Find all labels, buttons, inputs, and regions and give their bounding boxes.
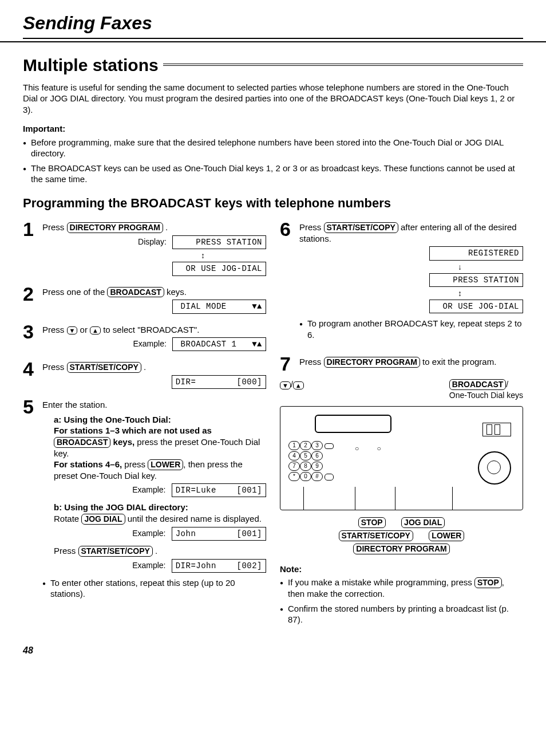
lower-key: LOWER bbox=[148, 459, 183, 470]
page-title: Sending Faxes bbox=[23, 11, 523, 39]
step-text: to exit the program. bbox=[420, 357, 496, 367]
directory-program-key: DIRECTORY PROGRAM bbox=[353, 544, 449, 554]
example-label: Example: bbox=[133, 338, 166, 349]
diagram-bottom-labels: STOP JOG DIAL START/SET/COPY LOWER DIREC… bbox=[280, 516, 523, 555]
lcd-display: OR USE JOG-DIAL bbox=[172, 262, 266, 275]
section-title: Multiple stations bbox=[23, 54, 523, 76]
step-number: 4 bbox=[23, 359, 42, 379]
step5a-text: keys, bbox=[110, 437, 134, 447]
stop-key: STOP bbox=[358, 517, 386, 528]
step5b-text: until the desired name is displayed. bbox=[125, 514, 262, 523]
broadcast-key: BROADCAST bbox=[107, 287, 164, 298]
start-set-copy-key: START/SET/COPY bbox=[324, 222, 398, 233]
left-column: 1 Press DIRECTORY PROGRAM . Display: PRE… bbox=[23, 219, 266, 633]
intro-paragraph: This feature is useful for sending the s… bbox=[23, 82, 523, 116]
start-set-copy-key: START/SET/COPY bbox=[67, 362, 141, 373]
lcd-display: OR USE JOG-DIAL bbox=[429, 300, 523, 313]
example-label: Example: bbox=[132, 528, 165, 538]
jog-dial-key: JOG DIAL bbox=[81, 514, 125, 525]
step-1: 1 Press DIRECTORY PROGRAM . Display: PRE… bbox=[23, 219, 266, 278]
page-number: 48 bbox=[23, 645, 523, 657]
stop-key: STOP bbox=[474, 577, 502, 588]
diagram-keypad: 123 456 789 *0# bbox=[288, 441, 334, 482]
right-column: 6 Press START/SET/COPY after entering al… bbox=[280, 219, 523, 633]
step-number: 6 bbox=[280, 219, 299, 239]
directory-program-key: DIRECTORY PROGRAM bbox=[67, 222, 163, 233]
step-number: 1 bbox=[23, 219, 42, 239]
step-number: 7 bbox=[280, 354, 299, 373]
title-rule bbox=[163, 64, 523, 66]
step-4: 4 Press START/SET/COPY . DIR= [000] bbox=[23, 359, 266, 391]
down-arrow-key: ▼ bbox=[67, 326, 78, 334]
up-arrow-key: ▲ bbox=[293, 381, 304, 389]
step-text: Press bbox=[42, 222, 67, 232]
important-list: Before programming, make sure that the d… bbox=[23, 137, 523, 185]
one-touch-label: One-Touch Dial keys bbox=[449, 391, 523, 400]
important-label: Important: bbox=[23, 123, 523, 135]
broadcast-key: BROADCAST bbox=[54, 437, 110, 448]
arrow-updown-icon: ↕ bbox=[299, 288, 523, 298]
step5a-text: For stations 4–6, bbox=[54, 459, 122, 469]
step5-footer: To enter other stations, repeat this ste… bbox=[42, 577, 266, 600]
example-label: Example: bbox=[132, 560, 165, 570]
note-label: Note: bbox=[280, 564, 523, 575]
step-text: to select "BROADCAST". bbox=[101, 325, 199, 334]
step-text: Press one of the bbox=[42, 287, 107, 297]
broadcast-key: BROADCAST bbox=[449, 379, 506, 390]
diagram-onetouch-keys bbox=[482, 423, 511, 436]
step-5: 5 Enter the station. a: Using the One-To… bbox=[23, 397, 266, 608]
step-text: Press bbox=[299, 357, 324, 367]
step6-note: To program another BROADCAST key, repeat… bbox=[299, 318, 523, 340]
step-number: 2 bbox=[23, 284, 42, 304]
step5a-text: For stations 1–3 which are not used as bbox=[54, 426, 212, 435]
diagram-buttons: ○ ○ bbox=[355, 444, 389, 454]
lcd-display: BROADCAST 1 ▼▲ bbox=[172, 337, 266, 351]
step5b-text: Rotate bbox=[54, 514, 81, 523]
lower-key: LOWER bbox=[429, 530, 464, 541]
step-text: Enter the station. bbox=[42, 400, 107, 410]
step-3: 3 Press ▼ or ▲ to select "BROADCAST". Ex… bbox=[23, 322, 266, 354]
step-6: 6 Press START/SET/COPY after entering al… bbox=[280, 219, 523, 348]
down-arrow-key: ▼ bbox=[280, 381, 291, 389]
subheading: Programming the BROADCAST keys with tele… bbox=[23, 195, 523, 212]
lcd-display: DIR= [000] bbox=[172, 375, 266, 389]
lcd-display: PRESS STATION bbox=[429, 273, 523, 287]
diagram-lcd bbox=[315, 415, 391, 433]
note-list: If you make a mistake while programming,… bbox=[280, 577, 523, 625]
lcd-display: John [001] bbox=[172, 527, 266, 541]
step-number: 5 bbox=[23, 397, 42, 416]
step5a-label: a: Using the One-Touch Dial: bbox=[54, 415, 171, 424]
step5-press: Press bbox=[54, 546, 78, 556]
directory-program-key: DIRECTORY PROGRAM bbox=[324, 357, 420, 368]
section-title-text: Multiple stations bbox=[23, 54, 159, 76]
step5a-text: press bbox=[122, 459, 148, 469]
lcd-display: REGISTERED bbox=[429, 246, 523, 260]
important-item: The BROADCAST keys can be used as One-To… bbox=[23, 163, 523, 185]
up-arrow-key: ▲ bbox=[90, 326, 101, 334]
diagram-top-labels: ▼/▲ BROADCAST/One-Touch Dial keys bbox=[280, 379, 523, 400]
step5b-label: b: Using the JOG DIAL directory: bbox=[54, 502, 188, 512]
lcd-display: PRESS STATION bbox=[172, 235, 266, 249]
step-7: 7 Press DIRECTORY PROGRAM to exit the pr… bbox=[280, 354, 523, 373]
arrow-down-icon: ↓ bbox=[299, 262, 523, 272]
note-item: If you make a mistake while programming,… bbox=[280, 577, 523, 599]
start-set-copy-key: START/SET/COPY bbox=[339, 530, 413, 541]
arrow-updown-icon: ↕ bbox=[42, 250, 266, 261]
lcd-display: DIR=Luke [001] bbox=[172, 483, 266, 497]
step-number: 3 bbox=[23, 322, 42, 341]
note-item: Confirm the stored numbers by printing a… bbox=[280, 603, 523, 625]
diagram-jog-dial bbox=[478, 451, 511, 485]
step-2: 2 Press one of the BROADCAST keys. DIAL … bbox=[23, 284, 266, 316]
step-text: keys. bbox=[164, 287, 187, 297]
lcd-display: DIR=John [002] bbox=[172, 559, 266, 573]
step-text: Press bbox=[299, 222, 324, 232]
important-item: Before programming, make sure that the d… bbox=[23, 137, 523, 159]
start-set-copy-key: START/SET/COPY bbox=[78, 546, 153, 557]
fax-machine-diagram: 123 456 789 *0# ○ ○ bbox=[280, 406, 523, 510]
step-text: or bbox=[77, 325, 90, 334]
display-label: Display: bbox=[138, 237, 167, 247]
step-text: Press bbox=[42, 362, 67, 372]
jog-dial-key: JOG DIAL bbox=[401, 517, 445, 528]
example-label: Example: bbox=[132, 485, 165, 495]
lcd-display: DIAL MODE ▼▲ bbox=[172, 300, 266, 313]
